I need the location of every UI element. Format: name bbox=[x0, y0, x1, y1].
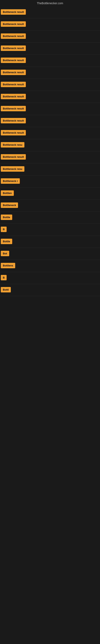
bottleneck-badge[interactable]: Bottleneck result bbox=[1, 70, 26, 75]
list-item: Bottlen bbox=[0, 188, 100, 200]
list-item: Bottle bbox=[0, 236, 100, 248]
bottleneck-badge[interactable]: Bottleneck result bbox=[1, 106, 26, 111]
bottleneck-badge[interactable]: Bottleneck result bbox=[1, 94, 26, 99]
list-item: Bottleneck result bbox=[0, 6, 100, 18]
bottleneck-badge[interactable]: Bottleneck resu bbox=[1, 166, 24, 172]
list-item: Bot bbox=[0, 248, 100, 260]
list-item: Bottleneck result bbox=[0, 127, 100, 139]
list-item: B bbox=[0, 272, 100, 284]
list-item: Bottleneck result bbox=[0, 18, 100, 30]
bottleneck-badge[interactable]: Bottleneck result bbox=[1, 34, 26, 39]
bottleneck-badge[interactable]: Bottleneck result bbox=[1, 82, 26, 87]
list-item: Bottl bbox=[0, 284, 100, 296]
list-item: Bottleneck result bbox=[0, 115, 100, 127]
bottleneck-badge[interactable]: Bottleneck result bbox=[1, 130, 26, 136]
bottleneck-badge[interactable]: Bottleneck result bbox=[1, 118, 26, 123]
list-item: Bottleneck result bbox=[0, 151, 100, 164]
list-item: Bottleneck result bbox=[0, 67, 100, 79]
bottleneck-badge[interactable]: B bbox=[1, 226, 7, 232]
list-item: B bbox=[0, 224, 100, 236]
bottleneck-badge[interactable]: Bottleneck result bbox=[1, 9, 26, 15]
list-item: Bottle bbox=[0, 212, 100, 224]
bottleneck-badge[interactable]: Bottleneck result bbox=[1, 58, 26, 63]
list-item: Bottleneck resu bbox=[0, 164, 100, 176]
bottleneck-badge[interactable]: Bottle bbox=[1, 239, 12, 244]
list-item: Bottleneck result bbox=[0, 103, 100, 115]
bottleneck-badge[interactable]: Bottleneck r bbox=[1, 178, 20, 184]
list-item: Bottleneck result bbox=[0, 79, 100, 91]
bottleneck-badge[interactable]: Bot bbox=[1, 251, 9, 256]
site-header: TheBottlenecker.com bbox=[0, 0, 100, 6]
list-item: Bottleneck result bbox=[0, 30, 100, 43]
list-item: Bottlens bbox=[0, 260, 100, 272]
bottleneck-list: Bottleneck resultBottleneck resultBottle… bbox=[0, 6, 100, 296]
list-item: Bottleneck r bbox=[0, 176, 100, 188]
list-item: Bottleneck bbox=[0, 200, 100, 212]
bottleneck-badge[interactable]: Bottleneck resu bbox=[1, 142, 24, 148]
list-item: Bottleneck result bbox=[0, 43, 100, 55]
site-title: TheBottlenecker.com bbox=[0, 0, 100, 6]
bottleneck-badge[interactable]: Bottleneck result bbox=[1, 21, 26, 27]
bottleneck-badge[interactable]: Bottlen bbox=[1, 190, 14, 196]
bottleneck-badge[interactable]: Bottle bbox=[1, 214, 12, 220]
list-item: Bottleneck result bbox=[0, 91, 100, 103]
list-item: Bottleneck result bbox=[0, 55, 100, 67]
bottleneck-badge[interactable]: Bottleneck result bbox=[1, 154, 26, 160]
bottleneck-badge[interactable]: Bottl bbox=[1, 287, 11, 292]
list-item: Bottleneck resu bbox=[0, 139, 100, 151]
bottleneck-badge[interactable]: Bottleneck result bbox=[1, 46, 26, 51]
bottleneck-badge[interactable]: B bbox=[1, 275, 7, 280]
bottleneck-badge[interactable]: Bottlens bbox=[1, 263, 15, 268]
bottleneck-badge[interactable]: Bottleneck bbox=[1, 202, 18, 208]
